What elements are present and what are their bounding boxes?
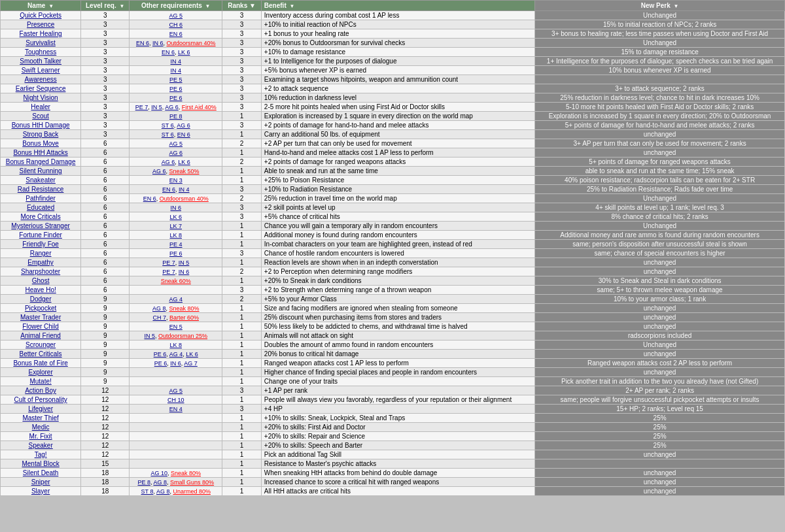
- perk-name-link[interactable]: Mysterious Stranger: [11, 222, 69, 229]
- perk-name-link[interactable]: Survivalist: [26, 39, 56, 46]
- perk-name-link[interactable]: Dodger: [30, 295, 52, 303]
- cell-level: 6: [81, 276, 130, 286]
- perk-name-link[interactable]: Silent Running: [20, 167, 62, 175]
- perk-name-link[interactable]: Scout: [32, 112, 49, 120]
- cell-other: [130, 368, 222, 377]
- perk-name-link[interactable]: Empathy: [27, 259, 53, 266]
- cell-level: 12: [81, 441, 130, 450]
- perk-name-link[interactable]: Snakeater: [26, 176, 56, 184]
- cell-other: LK 6: [130, 212, 222, 222]
- perk-name-link[interactable]: Ranger: [30, 250, 52, 257]
- perk-name-link[interactable]: Presence: [27, 21, 54, 28]
- perk-name-link[interactable]: Mental Block: [22, 460, 59, 467]
- cell-level: 6: [81, 158, 130, 167]
- cell-newperk: 1+ Intelligence for the purposes of dial…: [535, 57, 785, 66]
- cell-level: 12: [81, 386, 130, 395]
- perk-name-link[interactable]: Flower Child: [22, 323, 59, 330]
- perk-name-link[interactable]: Bonus HtH Damage: [12, 122, 70, 129]
- table-row: Silent Death18AG 10, Sneak 80%1When snea…: [1, 469, 785, 478]
- table-row: Faster Healing3EN 63+1 bonus to your hea…: [1, 29, 785, 39]
- perk-name-link[interactable]: Ghost: [32, 277, 50, 284]
- cell-benefit: +20% to Sneak in dark conditions: [261, 276, 534, 286]
- cell-level: 12: [81, 395, 130, 405]
- perk-name-link[interactable]: Bonus Rate of Fire: [13, 359, 67, 367]
- perk-name-link[interactable]: Mr. Fixit: [29, 433, 52, 440]
- cell-benefit: +5% bonus whenever XP is earned: [261, 66, 534, 75]
- perk-name-link[interactable]: More Criticals: [21, 213, 61, 220]
- perk-name-link[interactable]: Sniper: [31, 478, 50, 486]
- perk-name-link[interactable]: Cult of Personality: [14, 396, 67, 403]
- perk-name-link[interactable]: Pathfinder: [26, 195, 56, 202]
- cell-ranks: 1: [222, 450, 262, 459]
- perk-name-link[interactable]: Tag!: [35, 451, 47, 458]
- cell-ranks: 3: [222, 121, 262, 130]
- cell-level: 3: [81, 48, 130, 57]
- perk-name-link[interactable]: Smooth Talker: [20, 58, 61, 65]
- cell-benefit: Inventory access during combat cost 1 AP…: [261, 11, 534, 20]
- perk-name-link[interactable]: Master Thief: [22, 414, 58, 422]
- perk-name-link[interactable]: Bonus Move: [22, 140, 59, 147]
- perk-name-link[interactable]: Explorer: [28, 369, 52, 376]
- cell-level: 18: [81, 478, 130, 487]
- cell-name: Swift Learner: [1, 66, 81, 75]
- cell-other: PE 6: [130, 249, 222, 258]
- cell-newperk: Unchanged: [535, 222, 785, 231]
- perk-name-link[interactable]: Healer: [31, 103, 50, 110]
- cell-other: PE 6: [130, 93, 222, 103]
- perk-name-link[interactable]: Awareness: [24, 76, 56, 83]
- perk-name-link[interactable]: Faster Healing: [20, 30, 62, 37]
- perk-name-link[interactable]: Quick Pockets: [20, 12, 61, 19]
- cell-level: 9: [81, 341, 130, 350]
- perk-name-link[interactable]: Action Boy: [25, 387, 56, 394]
- perk-name-link[interactable]: Speaker: [28, 442, 52, 449]
- perk-name-link[interactable]: Slayer: [31, 488, 50, 495]
- cell-ranks: 3: [222, 20, 262, 29]
- perk-name-link[interactable]: Bonus Ranged Damage: [6, 158, 76, 165]
- perk-name-link[interactable]: Toughness: [25, 48, 56, 56]
- perk-name-link[interactable]: Sharpshooter: [21, 268, 60, 275]
- perk-name-link[interactable]: Medic: [32, 424, 50, 431]
- cell-ranks: 3: [222, 29, 262, 39]
- perk-name-link[interactable]: Scrounger: [26, 341, 56, 348]
- header-newperk[interactable]: New Perk ▼: [535, 1, 785, 11]
- cell-benefit: Exploration is increased by 1 square in …: [261, 112, 534, 121]
- cell-newperk: unchanged: [535, 469, 785, 478]
- perk-name-link[interactable]: Better Criticals: [20, 350, 62, 357]
- cell-name: Ranger: [1, 249, 81, 258]
- perk-name-link[interactable]: Fortune Finder: [19, 231, 62, 239]
- cell-other: LK 8: [130, 341, 222, 350]
- header-ranks[interactable]: Ranks ▼: [222, 1, 262, 11]
- perk-name-link[interactable]: Swift Learner: [22, 67, 60, 74]
- perk-name-link[interactable]: Pickpocket: [25, 305, 56, 312]
- cell-ranks: 3: [222, 84, 262, 93]
- cell-newperk: Additional money and rare ammo is found …: [535, 231, 785, 240]
- perk-name-link[interactable]: Mutate!: [29, 378, 51, 385]
- perk-name-link[interactable]: Silent Death: [23, 469, 58, 476]
- cell-newperk: same; person's disposition after unsucce…: [535, 240, 785, 249]
- header-benefit[interactable]: Benefit ▼: [261, 1, 534, 11]
- perk-name-link[interactable]: Night Vision: [24, 94, 58, 101]
- perk-name-link[interactable]: Master Trader: [20, 314, 61, 321]
- cell-other: CH 10: [130, 395, 222, 405]
- cell-other: IN 5, Outdoorsman 25%: [130, 331, 222, 341]
- cell-name: Empathy: [1, 258, 81, 267]
- cell-level: 12: [81, 450, 130, 459]
- header-other[interactable]: Other requirements ▼: [130, 1, 222, 11]
- cell-other: LK 8: [130, 231, 222, 240]
- header-name[interactable]: Name ▼: [1, 1, 81, 11]
- perk-name-link[interactable]: Animal Friend: [20, 332, 61, 339]
- perk-name-link[interactable]: Bonus HtH Attacks: [13, 149, 67, 156]
- cell-benefit: People will always view you favorably, r…: [261, 395, 534, 405]
- perk-name-link[interactable]: Heave Ho!: [25, 286, 56, 293]
- perk-name-link[interactable]: Friendly Foe: [22, 241, 59, 248]
- cell-level: 12: [81, 405, 130, 414]
- perk-name-link[interactable]: Rad Resistance: [18, 186, 64, 193]
- cell-newperk: 15% to damage resistance: [535, 48, 785, 57]
- cell-level: 3: [81, 66, 130, 75]
- perk-name-link[interactable]: Educated: [27, 204, 54, 211]
- perk-name-link[interactable]: Strong Back: [23, 131, 58, 138]
- perk-name-link[interactable]: Earlier Sequence: [16, 85, 66, 92]
- header-level[interactable]: Level req. ▼: [81, 1, 130, 11]
- perk-name-link[interactable]: Lifegiver: [28, 405, 53, 412]
- cell-ranks: 1: [222, 240, 262, 249]
